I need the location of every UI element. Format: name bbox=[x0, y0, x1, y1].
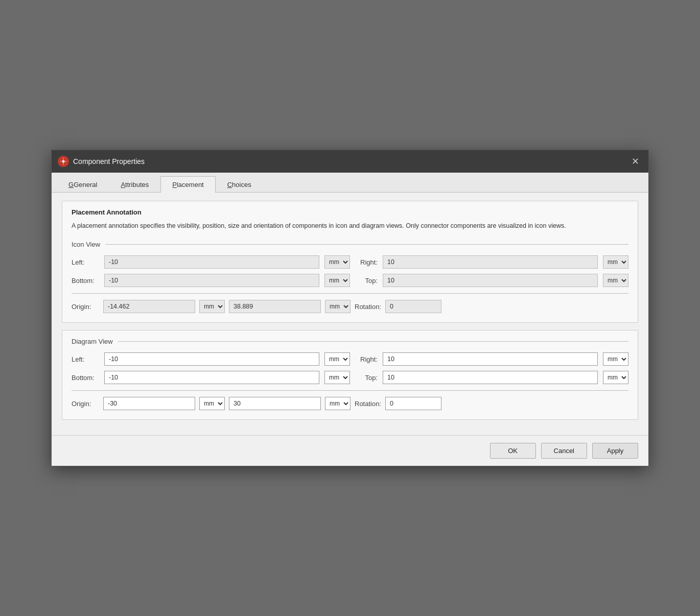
icon-right-unit[interactable]: mm bbox=[603, 255, 628, 269]
icon-left-input[interactable] bbox=[104, 255, 319, 269]
diagram-origin-x-input[interactable] bbox=[103, 397, 195, 410]
diagram-view-section: Diagram View Left: mm Right: mm Bottom: bbox=[62, 330, 638, 420]
diagram-left-input[interactable] bbox=[104, 352, 319, 366]
tab-choices[interactable]: Choices bbox=[216, 176, 263, 193]
svg-point-1 bbox=[62, 160, 65, 162]
diagram-divider-h bbox=[72, 390, 628, 391]
placement-annotation-section: Placement Annotation A placement annotat… bbox=[62, 201, 638, 323]
close-button[interactable]: ✕ bbox=[628, 154, 642, 169]
app-icon bbox=[58, 156, 69, 167]
icon-bottom-label: Bottom: bbox=[72, 277, 99, 285]
apply-button[interactable]: Apply bbox=[592, 443, 638, 459]
icon-top-input[interactable] bbox=[383, 274, 598, 287]
icon-bottom-unit[interactable]: mm bbox=[324, 274, 350, 287]
icon-rotation-label: Rotation: bbox=[355, 303, 381, 311]
diagram-bottom-unit[interactable]: mm bbox=[324, 371, 350, 384]
icon-right-label: Right: bbox=[355, 258, 378, 266]
dialog-title: Component Properties bbox=[73, 157, 624, 165]
diagram-bottom-input[interactable] bbox=[104, 371, 319, 384]
icon-top-label: Top: bbox=[355, 277, 378, 285]
diagram-origin-row: Origin: mm mm Rotation: bbox=[72, 397, 628, 410]
diagram-right-input[interactable] bbox=[383, 352, 598, 366]
ok-button[interactable]: OK bbox=[490, 443, 536, 459]
main-content: Placement Annotation A placement annotat… bbox=[52, 193, 648, 436]
tab-general[interactable]: GGeneral bbox=[57, 176, 109, 193]
diagram-right-label: Right: bbox=[355, 356, 378, 363]
diagram-rotation-label: Rotation: bbox=[355, 400, 381, 408]
diagram-origin-y-unit[interactable]: mm bbox=[325, 397, 351, 410]
icon-rotation-input[interactable] bbox=[385, 300, 441, 313]
title-bar: Component Properties ✕ bbox=[52, 150, 648, 173]
tab-placement[interactable]: Placement bbox=[160, 176, 215, 193]
diagram-left-label: Left: bbox=[72, 356, 99, 363]
diagram-top-unit[interactable]: mm bbox=[603, 371, 628, 384]
diagram-origin-x-unit[interactable]: mm bbox=[199, 397, 225, 410]
icon-view-header: Icon View bbox=[72, 241, 628, 248]
icon-origin-y-unit[interactable]: mm bbox=[325, 300, 351, 313]
diagram-view-divider bbox=[118, 341, 628, 342]
icon-bottom-input[interactable] bbox=[104, 274, 319, 287]
diagram-right-unit[interactable]: mm bbox=[603, 352, 628, 366]
footer: OK Cancel Apply bbox=[52, 435, 648, 466]
diagram-origin-y-input[interactable] bbox=[229, 397, 321, 410]
diagram-left-unit[interactable]: mm bbox=[324, 352, 350, 366]
icon-origin-y-input[interactable] bbox=[229, 300, 321, 313]
icon-origin-label: Origin: bbox=[72, 303, 99, 311]
icon-left-unit[interactable]: mm bbox=[324, 255, 350, 269]
description-text: A placement annotation specifies the vis… bbox=[72, 221, 628, 231]
icon-origin-x-unit[interactable]: mm bbox=[199, 300, 225, 313]
icon-origin-x-input[interactable] bbox=[103, 300, 195, 313]
diagram-rotation-input[interactable] bbox=[385, 397, 441, 410]
tabs-bar: GGeneral Attributes Placement Choices bbox=[52, 173, 648, 193]
diagram-origin-label: Origin: bbox=[72, 400, 99, 408]
icon-top-unit[interactable]: mm bbox=[603, 274, 628, 287]
diagram-bt-row: Bottom: mm Top: mm bbox=[72, 371, 628, 384]
icon-origin-row: Origin: mm mm Rotation: bbox=[72, 300, 628, 313]
diagram-view-label: Diagram View bbox=[72, 338, 113, 345]
icon-view-bt-row: Bottom: mm Top: mm bbox=[72, 274, 628, 287]
icon-view-lr-row: Left: mm Right: mm bbox=[72, 255, 628, 269]
icon-view-divider-h bbox=[72, 293, 628, 294]
diagram-top-label: Top: bbox=[355, 374, 378, 382]
diagram-top-input[interactable] bbox=[383, 371, 598, 384]
diagram-view-header: Diagram View bbox=[72, 338, 628, 345]
tab-attributes[interactable]: Attributes bbox=[109, 176, 160, 193]
section-title: Placement Annotation bbox=[72, 208, 628, 216]
icon-right-input[interactable] bbox=[383, 255, 598, 269]
component-properties-dialog: Component Properties ✕ GGeneral Attribut… bbox=[51, 150, 649, 467]
icon-view-divider bbox=[105, 244, 628, 245]
icon-view-label: Icon View bbox=[72, 241, 100, 248]
cancel-button[interactable]: Cancel bbox=[541, 443, 587, 459]
diagram-lr-row: Left: mm Right: mm bbox=[72, 352, 628, 366]
diagram-bottom-label: Bottom: bbox=[72, 374, 99, 382]
icon-left-label: Left: bbox=[72, 258, 99, 266]
